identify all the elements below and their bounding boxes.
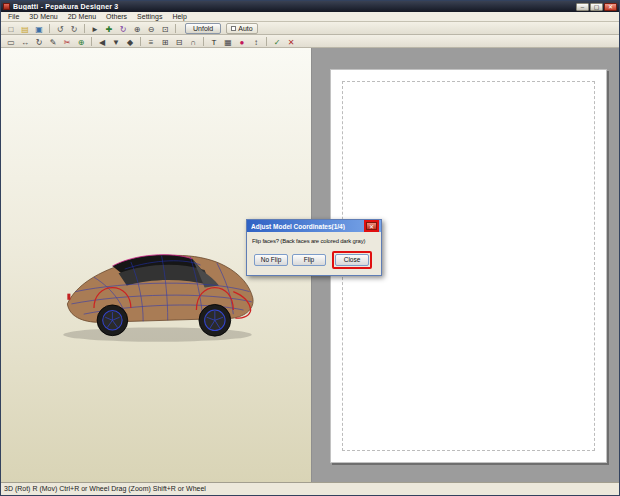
close-window-button[interactable]: ✕ [604, 3, 617, 11]
auto-label: Auto [238, 25, 252, 32]
pan-icon[interactable]: ✚ [103, 23, 115, 34]
toolbar-separator [49, 24, 50, 33]
dialog-message: Flip faces? (Back faces are colored dark… [252, 238, 378, 244]
no-flip-button[interactable]: No Flip [254, 254, 288, 266]
save-icon[interactable]: ▣ [33, 23, 45, 34]
toolbar-separator [203, 37, 204, 46]
menu-item-3d-menu[interactable]: 3D Menu [24, 12, 62, 22]
close-button-annotation: Close [332, 251, 372, 269]
dialog-title: Adjust Model Coordinates(1/4) [251, 223, 364, 230]
app-window: Bugatti - Pepakura Designer 3 – ▢ ✕ File… [0, 0, 620, 496]
maximize-button[interactable]: ▢ [590, 3, 603, 11]
dialog-body: Flip faces? (Back faces are colored dark… [247, 232, 381, 247]
undo-icon[interactable]: ↺ [54, 23, 66, 34]
dialog-close-icon[interactable]: ✕ [366, 222, 377, 230]
title-bar: Bugatti - Pepakura Designer 3 – ▢ ✕ [1, 1, 619, 12]
toolbar-separator [84, 24, 85, 33]
minimize-button[interactable]: – [576, 3, 589, 11]
text-tool-icon[interactable]: T [208, 36, 220, 47]
menu-bar: File3D Menu2D MenuOthersSettingsHelp [1, 12, 619, 22]
flip-horizontal-icon[interactable]: ◀ [96, 36, 108, 47]
magnet-icon[interactable]: ∩ [187, 36, 199, 47]
menu-item-file[interactable]: File [3, 12, 24, 22]
unfold-button[interactable]: Unfold [185, 23, 221, 34]
select-part-icon[interactable]: ▭ [5, 36, 17, 47]
toolbar-separator [91, 37, 92, 46]
menu-item-others[interactable]: Others [101, 12, 132, 22]
edit-vertex-icon[interactable]: ✎ [47, 36, 59, 47]
toolbar-top-icons: □▤▣↺↻►✚↻⊕⊖⊡ [4, 23, 179, 34]
rotate-part-icon[interactable]: ↻ [33, 36, 45, 47]
zoom-out-icon[interactable]: ⊖ [145, 23, 157, 34]
zoom-fit-icon[interactable]: ⊡ [159, 23, 171, 34]
zoom-in-icon[interactable]: ⊕ [131, 23, 143, 34]
rotate-view-icon[interactable]: ↻ [117, 23, 129, 34]
auto-checkbox[interactable] [231, 26, 236, 31]
toolbar-separator [140, 37, 141, 46]
snap-icon[interactable]: ⊟ [173, 36, 185, 47]
toolbar-separator [175, 24, 176, 33]
menu-item-help[interactable]: Help [167, 12, 191, 22]
front-wheel [199, 304, 231, 336]
move-part-icon[interactable]: ↔ [19, 36, 31, 47]
toolbar-separator [266, 37, 267, 46]
flip-vertical-icon[interactable]: ▼ [110, 36, 122, 47]
paint-tool-icon[interactable]: ● [236, 36, 248, 47]
redo-icon[interactable]: ↻ [68, 23, 80, 34]
status-bar: 3D (Rot) R (Mov) Ctrl+R or Wheel Drag (Z… [1, 482, 619, 495]
measure-icon[interactable]: ↕ [250, 36, 262, 47]
dialog-buttons: No Flip Flip Close [247, 247, 381, 275]
open-folder-icon[interactable]: ▤ [19, 23, 31, 34]
cut-edge-icon[interactable]: ✂ [61, 36, 73, 47]
rear-wheel [97, 305, 128, 336]
dialog-title-bar[interactable]: Adjust Model Coordinates(1/4) ✕ [247, 220, 381, 232]
window-title: Bugatti - Pepakura Designer 3 [13, 3, 576, 10]
menu-item-settings[interactable]: Settings [132, 12, 167, 22]
status-text: 3D (Rot) R (Mov) Ctrl+R or Wheel Drag (Z… [4, 485, 206, 492]
select-arrow-icon[interactable]: ► [89, 23, 101, 34]
grid-icon[interactable]: ⊞ [159, 36, 171, 47]
adjust-model-coordinates-dialog: Adjust Model Coordinates(1/4) ✕ Flip fac… [246, 219, 382, 276]
check-layout-icon[interactable]: ✓ [271, 36, 283, 47]
menu-item-2d-menu[interactable]: 2D Menu [63, 12, 101, 22]
dialog-close-annotation: ✕ [364, 220, 379, 232]
image-tool-icon[interactable]: ▦ [222, 36, 234, 47]
mirror-part-icon[interactable]: ◆ [124, 36, 136, 47]
auto-toggle[interactable]: Auto [226, 23, 257, 34]
toolbar-second: ▭↔↻✎✂⊕◀▼◆≡⊞⊟∩T▦●↕✓✕ [1, 35, 619, 48]
app-icon [3, 3, 10, 10]
join-edge-icon[interactable]: ⊕ [75, 36, 87, 47]
toolbar-top: □▤▣↺↻►✚↻⊕⊖⊡ Unfold Auto [1, 22, 619, 35]
close-button[interactable]: Close [335, 254, 369, 266]
car-tail-light [67, 294, 70, 300]
align-icon[interactable]: ≡ [145, 36, 157, 47]
3d-model-car[interactable] [53, 228, 263, 346]
flip-button[interactable]: Flip [292, 254, 326, 266]
new-file-icon[interactable]: □ [5, 23, 17, 34]
window-controls: – ▢ ✕ [576, 3, 617, 11]
delete-part-icon[interactable]: ✕ [285, 36, 297, 47]
